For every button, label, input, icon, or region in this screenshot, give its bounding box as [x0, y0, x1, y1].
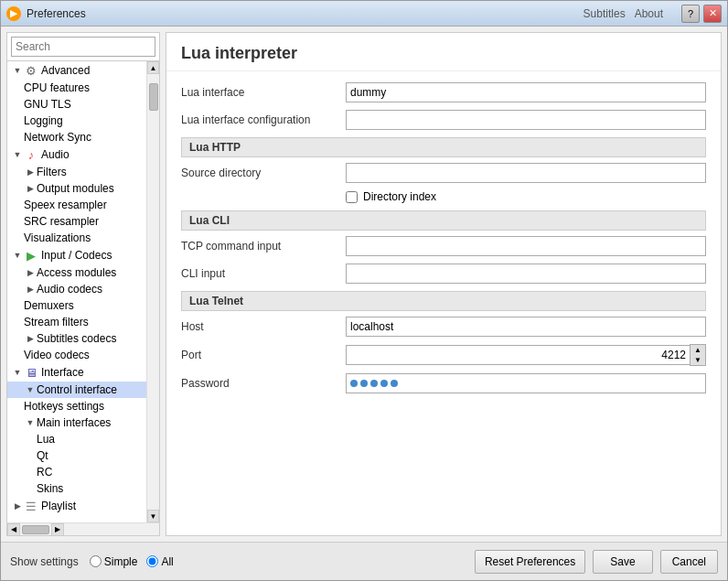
directory-index-label: Directory index	[363, 190, 436, 203]
sidebar-item-stream-filters[interactable]: Stream filters	[7, 314, 146, 330]
cli-input-row: CLI input	[181, 264, 706, 284]
sidebar-item-gnutls[interactable]: GNU TLS	[7, 96, 146, 113]
password-dot-2	[360, 380, 368, 387]
toggle-playlist[interactable]: ▶	[11, 500, 24, 512]
sidebar-item-control-interface[interactable]: ▼ Control interface	[7, 382, 146, 398]
port-label: Port	[181, 349, 346, 361]
sidebar-item-audio[interactable]: ▼ ♪ Audio	[7, 145, 146, 164]
sidebar-item-access-modules[interactable]: ▶ Access modules	[7, 264, 146, 281]
scroll-thumb[interactable]	[149, 83, 158, 111]
sidebar-item-label: Video codecs	[24, 349, 90, 361]
sidebar-item-label: Visualizations	[24, 231, 91, 244]
sidebar-item-label: RC	[37, 466, 52, 479]
input-icon: ▶	[24, 248, 38, 263]
tree-scrollbar[interactable]: ▲ ▼	[146, 61, 159, 522]
sidebar-item-network-sync[interactable]: Network Sync	[7, 129, 146, 145]
spinbox-down-button[interactable]: ▼	[691, 355, 705, 365]
sidebar-item-main-interfaces[interactable]: ▼ Main interfaces	[7, 414, 146, 431]
sidebar-item-subtitles-codecs[interactable]: ▶ Subtitles codecs	[7, 330, 146, 347]
password-dot-5	[391, 380, 398, 387]
password-dot-4	[380, 380, 388, 387]
lua-cli-section: Lua CLI	[181, 210, 706, 231]
sidebar-item-output-modules[interactable]: ▶ Output modules	[7, 180, 146, 197]
save-button[interactable]: Save	[593, 550, 652, 574]
simple-radio[interactable]	[90, 555, 102, 567]
sidebar-item-video-codecs[interactable]: Video codecs	[7, 347, 146, 363]
sidebar-item-rc[interactable]: RC	[7, 464, 146, 480]
cli-input-field[interactable]	[346, 264, 706, 284]
sidebar-item-label: Interface	[41, 366, 84, 379]
sidebar-item-src[interactable]: SRC resampler	[7, 213, 146, 230]
port-input[interactable]	[346, 345, 690, 365]
scroll-left-arrow[interactable]: ◀	[7, 523, 20, 536]
sidebar-item-skins[interactable]: Skins	[7, 480, 146, 497]
password-field[interactable]	[346, 373, 706, 393]
gear-icon: ⚙	[24, 63, 38, 78]
sidebar-item-qt[interactable]: Qt	[7, 447, 146, 464]
sidebar-item-input-codecs[interactable]: ▼ ▶ Input / Codecs	[7, 246, 146, 264]
sidebar-item-label: Hotkeys settings	[24, 400, 104, 413]
directory-index-checkbox[interactable]	[346, 191, 358, 203]
toggle-interface[interactable]: ▼	[11, 366, 24, 379]
sidebar-item-label: Network Sync	[24, 131, 91, 144]
close-button[interactable]: ✕	[703, 5, 722, 23]
sidebar-item-label: Subtitles codecs	[37, 332, 116, 345]
tcp-row: TCP command input	[181, 236, 706, 256]
sidebar-item-label: Audio	[41, 148, 70, 161]
spinbox-up-button[interactable]: ▲	[691, 345, 705, 355]
scroll-down-arrow[interactable]: ▼	[147, 510, 159, 522]
sidebar-item-playlist[interactable]: ▶ ☰ Playlist	[7, 497, 146, 515]
toggle-advanced[interactable]: ▼	[11, 64, 24, 77]
sidebar-item-label: Playlist	[41, 500, 76, 512]
scroll-right-arrow[interactable]: ▶	[51, 523, 64, 536]
toggle-audio-codecs[interactable]: ▶	[24, 283, 37, 296]
password-label: Password	[181, 377, 346, 390]
source-dir-input[interactable]	[346, 163, 706, 183]
help-button[interactable]: ?	[681, 5, 700, 23]
host-input[interactable]	[346, 317, 706, 337]
tcp-input[interactable]	[346, 236, 706, 256]
sidebar-item-advanced[interactable]: ▼ ⚙ Advanced	[7, 61, 146, 80]
search-input[interactable]	[11, 37, 155, 57]
toggle-subtitles[interactable]: ▶	[24, 332, 37, 345]
sidebar-item-audio-codecs[interactable]: ▶ Audio codecs	[7, 281, 146, 297]
all-radio[interactable]	[146, 555, 158, 567]
toggle-output[interactable]: ▶	[24, 182, 37, 195]
toggle-access[interactable]: ▶	[24, 266, 37, 279]
sidebar-item-logging[interactable]: Logging	[7, 113, 146, 129]
toggle-main-interfaces[interactable]: ▼	[24, 416, 37, 429]
sidebar-item-lua[interactable]: Lua	[7, 431, 146, 447]
toggle-filters[interactable]: ▶	[24, 166, 37, 178]
sidebar-item-demuxers[interactable]: Demuxers	[7, 297, 146, 314]
sidebar-item-cpu[interactable]: CPU features	[7, 80, 146, 96]
show-settings-label: Show settings	[10, 555, 79, 568]
sidebar-tree-area: ▼ ⚙ Advanced CPU features GNU TLS Loggin…	[7, 61, 159, 522]
toggle-control[interactable]: ▼	[24, 383, 37, 396]
tab2-label: About	[635, 7, 663, 20]
horizontal-scrollbar[interactable]: ◀ ▶	[7, 522, 159, 535]
lua-interface-config-row: Lua interface configuration	[181, 110, 706, 130]
cancel-button[interactable]: Cancel	[660, 550, 718, 574]
all-radio-option[interactable]: All	[146, 555, 173, 568]
app-icon: ▶	[6, 6, 21, 21]
horiz-scroll-thumb[interactable]	[22, 525, 49, 534]
scroll-track	[147, 74, 159, 510]
reset-preferences-button[interactable]: Reset Preferences	[475, 550, 585, 574]
sidebar-item-label: Access modules	[37, 266, 116, 279]
source-dir-label: Source directory	[181, 167, 346, 179]
port-spinbox: ▲ ▼	[346, 344, 706, 366]
sidebar-item-visualizations[interactable]: Visualizations	[7, 230, 146, 246]
sidebar-item-label: Audio codecs	[37, 283, 102, 296]
sidebar-item-interface[interactable]: ▼ 🖥 Interface	[7, 363, 146, 382]
lua-interface-config-input[interactable]	[346, 110, 706, 130]
toggle-audio[interactable]: ▼	[11, 148, 24, 161]
sidebar-item-speex[interactable]: Speex resampler	[7, 197, 146, 213]
password-row: Password	[181, 373, 706, 393]
window-content: ▼ ⚙ Advanced CPU features GNU TLS Loggin…	[1, 27, 727, 542]
simple-radio-option[interactable]: Simple	[90, 555, 138, 568]
sidebar-item-hotkeys[interactable]: Hotkeys settings	[7, 398, 146, 414]
scroll-up-arrow[interactable]: ▲	[147, 61, 159, 74]
sidebar-item-filters[interactable]: ▶ Filters	[7, 164, 146, 180]
toggle-input[interactable]: ▼	[11, 249, 24, 262]
lua-interface-input[interactable]	[346, 82, 706, 102]
